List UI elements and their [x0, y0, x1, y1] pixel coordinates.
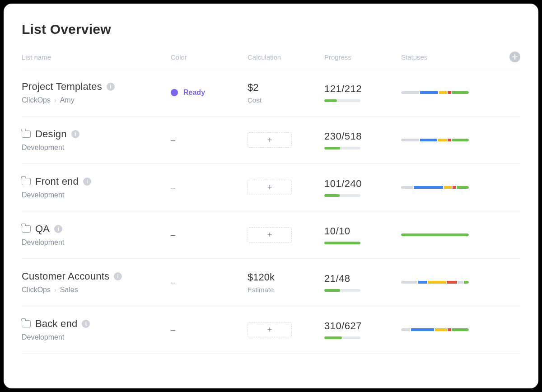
color-cell[interactable]: –: [171, 230, 248, 240]
calculation-cell: +: [248, 180, 324, 195]
info-icon[interactable]: i: [82, 320, 90, 328]
calculation-cell: +: [248, 227, 324, 243]
table-row[interactable]: QAiDevelopment–+10/10: [22, 211, 520, 259]
add-column-button[interactable]: [509, 51, 520, 62]
empty-value: –: [171, 278, 175, 287]
color-cell[interactable]: –: [171, 325, 248, 335]
breadcrumb-item[interactable]: Amy: [60, 96, 75, 104]
table-body: Project TemplatesiClickOps›AmyReady$2Cos…: [22, 69, 520, 354]
chevron-right-icon: ›: [54, 97, 56, 104]
list-name: Customer Accounts: [22, 271, 109, 282]
table-row[interactable]: Customer AccountsiClickOps›Sales–$120kEs…: [22, 259, 520, 306]
progress-text: 10/10: [324, 225, 350, 237]
breadcrumb-item[interactable]: ClickOps: [22, 286, 51, 294]
progress-cell: 10/10: [324, 225, 401, 244]
add-calculation-button[interactable]: +: [248, 227, 292, 243]
col-header-statuses: Statuses: [401, 53, 502, 61]
status-segment: [401, 233, 469, 236]
empty-value: –: [171, 325, 175, 335]
status-bar: [401, 139, 469, 141]
status-bar: [401, 186, 469, 189]
list-name: Front end: [35, 176, 79, 187]
folder-icon: [22, 320, 31, 327]
calculation-value: $120k: [248, 271, 275, 283]
status-segment: [464, 281, 469, 284]
add-calculation-button[interactable]: +: [248, 132, 292, 148]
chevron-right-icon: ›: [54, 286, 56, 294]
col-header-list-name: List name: [22, 53, 171, 61]
name-cell: Customer AccountsiClickOps›Sales: [22, 271, 171, 294]
list-overview-card: List Overview List name Color Calculatio…: [4, 4, 538, 388]
color-cell[interactable]: –: [171, 183, 248, 192]
status-segment: [457, 186, 469, 189]
progress-bar: [324, 99, 360, 102]
list-name: Back end: [35, 318, 77, 330]
breadcrumb: Development: [22, 144, 171, 152]
status-segment: [447, 281, 457, 284]
status-segment: [448, 328, 452, 331]
table-row[interactable]: DesigniDevelopment–+230/518: [22, 117, 520, 164]
breadcrumb: Development: [22, 333, 171, 341]
name-line: Designi: [22, 128, 171, 140]
color-cell[interactable]: Ready: [171, 89, 248, 97]
progress-fill: [324, 336, 342, 339]
status-segment: [401, 328, 410, 331]
info-icon[interactable]: i: [71, 130, 79, 138]
page-title: List Overview: [22, 22, 520, 37]
info-icon[interactable]: i: [83, 177, 91, 186]
breadcrumb: ClickOps›Amy: [22, 96, 171, 104]
breadcrumb-item[interactable]: Development: [22, 238, 64, 247]
progress-fill: [324, 242, 360, 244]
folder-icon: [22, 225, 31, 233]
statuses-cell: [401, 328, 502, 331]
progress-bar: [324, 242, 360, 244]
breadcrumb-item[interactable]: Development: [22, 333, 64, 341]
progress-text: 230/518: [324, 131, 362, 142]
plus-icon: [512, 54, 518, 60]
info-icon[interactable]: i: [107, 83, 115, 91]
progress-bar: [324, 289, 360, 292]
calculation-value: $2: [248, 82, 258, 93]
breadcrumb-item[interactable]: ClickOps: [22, 96, 51, 104]
status-bar: [401, 91, 469, 94]
progress-cell: 121/212: [324, 83, 401, 102]
breadcrumb: Development: [22, 191, 171, 199]
name-cell: Project TemplatesiClickOps›Amy: [22, 81, 171, 104]
status-segment: [411, 328, 434, 331]
name-cell: Front endiDevelopment: [22, 176, 171, 199]
status-segment: [452, 91, 469, 94]
progress-cell: 21/48: [324, 273, 401, 292]
breadcrumb-item[interactable]: Sales: [60, 286, 78, 294]
table-row[interactable]: Front endiDevelopment–+101/240: [22, 164, 520, 211]
progress-fill: [324, 147, 340, 149]
status-segment: [458, 281, 463, 284]
status-bar: [401, 328, 469, 331]
color-cell[interactable]: –: [171, 278, 248, 287]
progress-fill: [324, 289, 340, 292]
info-icon[interactable]: i: [54, 225, 62, 233]
breadcrumb-item[interactable]: Development: [22, 191, 64, 199]
progress-cell: 230/518: [324, 131, 401, 149]
info-icon[interactable]: i: [114, 272, 122, 280]
statuses-cell: [401, 186, 502, 189]
table-row[interactable]: Back endiDevelopment–+310/627: [22, 306, 520, 354]
table-row[interactable]: Project TemplatesiClickOps›AmyReady$2Cos…: [22, 69, 520, 117]
color-cell[interactable]: –: [171, 135, 248, 145]
status-segment: [401, 186, 413, 189]
name-line: QAi: [22, 223, 171, 235]
status-segment: [420, 91, 438, 94]
status-segment: [401, 91, 419, 94]
col-header-calculation: Calculation: [248, 53, 324, 61]
status-segment: [428, 281, 446, 284]
calculation-cell: $120kEstimate: [248, 271, 324, 294]
name-cell: DesigniDevelopment: [22, 128, 171, 152]
add-calculation-button[interactable]: +: [248, 180, 292, 195]
calculation-cell: +: [248, 322, 324, 337]
calculation-cell: +: [248, 132, 324, 148]
list-name: Project Templates: [22, 81, 102, 93]
folder-icon: [22, 131, 31, 138]
breadcrumb-item[interactable]: Development: [22, 144, 64, 152]
add-calculation-button[interactable]: +: [248, 322, 292, 337]
list-name: QA: [35, 223, 50, 235]
progress-fill: [324, 194, 340, 197]
